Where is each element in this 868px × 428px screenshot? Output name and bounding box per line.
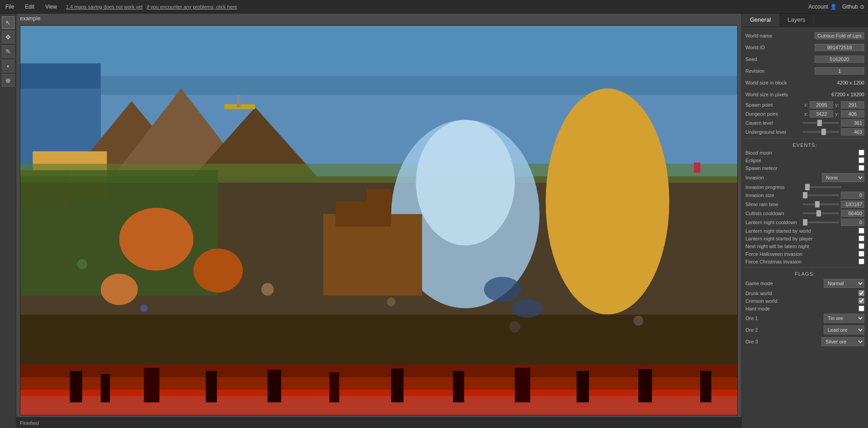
spawn-meteor-row: Spawn meteor — [745, 165, 864, 171]
spawn-meteor-label: Spawn meteor — [745, 165, 859, 171]
world-name-label: World name — [745, 33, 815, 38]
svg-point-46 — [484, 277, 521, 302]
map-canvas[interactable] — [20, 25, 738, 415]
lantern-night-cooldown-row: Lantern night cooldown 0 — [745, 219, 864, 226]
dungeon-y-input[interactable] — [841, 110, 864, 118]
svg-rect-1 — [20, 26, 737, 76]
svg-point-15 — [545, 89, 669, 315]
force-christmas-checkbox[interactable] — [859, 259, 864, 264]
tab-layers[interactable]: Layers — [779, 14, 814, 27]
github-link[interactable]: Github ⊙ — [842, 4, 864, 10]
world-id-input[interactable] — [815, 44, 864, 51]
crimson-world-row: Crimson world — [745, 298, 864, 304]
panel-content: World name World ID Seed Revision World … — [742, 27, 868, 428]
svg-rect-30 — [329, 372, 339, 403]
world-name-input[interactable] — [815, 32, 864, 39]
menu-bar: File Edit View 1.4 maps saving does not … — [0, 0, 868, 14]
left-toolbar: ↖ ✥ ✎ ▪ ⊕ — [0, 14, 16, 428]
tab-general[interactable]: General — [742, 14, 779, 27]
game-mode-select[interactable]: Normal Expert Master Journey — [824, 279, 864, 288]
hard-mode-label: Hard mode — [745, 306, 859, 311]
cavern-level-slider[interactable] — [803, 122, 839, 124]
force-christmas-label: Force Christmas invasion — [745, 259, 859, 264]
invasion-size-row: Invasion size 0 — [745, 192, 864, 199]
invasion-size-container: 0 — [803, 192, 864, 199]
force-halloween-row: Force Halloween invasion — [745, 251, 864, 257]
eclipse-checkbox[interactable] — [859, 157, 864, 163]
invasion-row: Invasion None Goblin Army Snow Legion Pi… — [745, 173, 864, 183]
invasion-label: Invasion — [745, 175, 822, 180]
main-layout: ↖ ✥ ✎ ▪ ⊕ example — [0, 14, 868, 428]
revision-input[interactable] — [815, 67, 864, 75]
spawn-x-input[interactable] — [810, 101, 833, 108]
ore1-row: Ore 1 Copper ore Tin ore — [745, 313, 864, 323]
next-night-label: Next night will be latern night — [745, 244, 859, 249]
menu-edit[interactable]: Edit — [23, 3, 36, 11]
tool-move[interactable]: ✥ — [2, 31, 14, 43]
svg-rect-32 — [453, 371, 464, 402]
spawn-y-label: y: — [835, 102, 839, 108]
invasion-size-slider[interactable] — [803, 194, 839, 196]
lantern-night-cooldown-slider[interactable] — [803, 221, 839, 223]
spawn-y-input[interactable] — [841, 101, 864, 108]
svg-point-42 — [261, 283, 274, 296]
dungeon-x-input[interactable] — [810, 110, 833, 118]
lantern-player-checkbox[interactable] — [859, 235, 864, 241]
dungeon-y-label: y: — [835, 111, 839, 117]
dungeon-point-label: Dungeon point — [745, 111, 804, 117]
seed-label: Seed — [745, 56, 815, 62]
lantern-world-label: Lantern night started by world — [745, 228, 859, 234]
problem-link[interactable]: if you encounter any problems, click her… — [147, 4, 237, 9]
cultists-cooldown-slider[interactable] — [803, 212, 839, 214]
ore1-select[interactable]: Copper ore Tin ore — [824, 314, 864, 323]
crimson-world-checkbox[interactable] — [859, 298, 864, 304]
svg-rect-33 — [515, 368, 530, 402]
ore3-select[interactable]: Silver ore Tungsten ore — [821, 337, 864, 346]
svg-point-14 — [101, 274, 138, 305]
world-size-block-label: World size in block — [745, 80, 828, 85]
hard-mode-checkbox[interactable] — [859, 306, 864, 311]
svg-point-17 — [416, 120, 515, 245]
menu-notice: 1.4 maps saving does not work yet if you… — [66, 4, 237, 9]
flags-header: FLAGS: — [745, 271, 864, 277]
revision-row: Revision — [745, 66, 864, 76]
svg-rect-31 — [391, 368, 403, 402]
world-id-label: World ID — [745, 45, 815, 50]
menu-right: Account 👤 Github ⊙ — [808, 4, 864, 10]
slime-rain-row: Slime rain time -183187 — [745, 201, 864, 208]
tool-cursor[interactable]: ↖ — [2, 16, 14, 29]
svg-point-13 — [194, 249, 243, 292]
dungeon-point-row: Dungeon point x: y: — [745, 110, 864, 118]
blood-moon-checkbox[interactable] — [859, 150, 864, 155]
world-size-block-value: 4200 x 1200 — [828, 80, 864, 85]
svg-point-44 — [509, 321, 521, 333]
tool-picker[interactable]: ⊕ — [2, 74, 14, 87]
ore2-select[interactable]: Iron ore Lead ore — [824, 325, 864, 334]
drunk-world-checkbox[interactable] — [859, 290, 864, 296]
underground-level-slider[interactable] — [803, 131, 839, 133]
tool-fill[interactable]: ▪ — [2, 60, 14, 72]
slime-rain-slider[interactable] — [803, 203, 839, 205]
github-icon: ⊙ — [860, 4, 864, 10]
seed-input[interactable] — [815, 56, 864, 63]
blood-moon-label: Blood moon — [745, 150, 859, 155]
svg-point-47 — [512, 299, 542, 318]
force-halloween-checkbox[interactable] — [859, 251, 864, 257]
account-link[interactable]: Account 👤 — [808, 4, 836, 10]
invasion-select[interactable]: None Goblin Army Snow Legion Pirates Mar… — [822, 173, 864, 182]
menu-file[interactable]: File — [4, 3, 16, 11]
divider-flags — [745, 267, 864, 268]
force-christmas-row: Force Christmas invasion — [745, 259, 864, 264]
invasion-progress-slider[interactable] — [805, 186, 841, 188]
spawn-meteor-checkbox[interactable] — [859, 165, 864, 171]
hard-mode-row: Hard mode — [745, 306, 864, 311]
next-night-checkbox[interactable] — [859, 243, 864, 249]
svg-point-40 — [77, 259, 87, 269]
tool-pencil[interactable]: ✎ — [2, 45, 14, 58]
ore3-row: Ore 3 Silver ore Tungsten ore — [745, 337, 864, 347]
ore3-label: Ore 3 — [745, 339, 821, 344]
spawn-x-label: x: — [804, 102, 808, 108]
svg-rect-19 — [336, 202, 366, 227]
menu-view[interactable]: View — [43, 3, 59, 11]
lantern-world-checkbox[interactable] — [859, 228, 864, 234]
